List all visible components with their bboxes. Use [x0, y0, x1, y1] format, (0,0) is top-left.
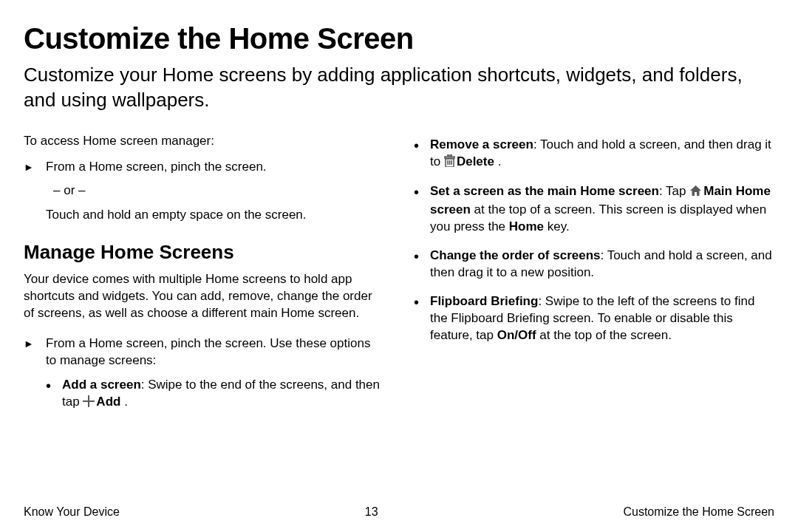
trash-icon — [444, 154, 455, 172]
or-divider: – or – — [24, 183, 384, 198]
bullet-add-icon-label: Add — [96, 395, 120, 409]
bullet-flipboard: Flipboard Briefing: Swipe to the left of… — [414, 293, 774, 344]
arrow-icon: ► — [24, 337, 34, 351]
bullet-remove-screen: Remove a screen: Touch and hold a screen… — [414, 137, 774, 172]
footer-page-number: 13 — [365, 505, 378, 519]
access-step-1-text: From a Home screen, pinch the screen. — [46, 160, 267, 174]
manage-arrow-step: ► From a Home screen, pinch the screen. … — [24, 335, 384, 369]
bullet-change-order: Change the order of screens: Touch and h… — [414, 248, 774, 282]
bullet-flip-after: at the top of the screen. — [536, 328, 672, 342]
column-left: To access Home screen manager: ► From a … — [24, 134, 384, 424]
bullet-set-main: Set a screen as the main Home screen: Ta… — [414, 183, 774, 236]
manage-arrow-text: From a Home screen, pinch the screen. Us… — [46, 336, 370, 367]
manage-paragraph: Your device comes with multiple Home scr… — [24, 271, 384, 322]
intro-paragraph: Customize your Home screens by adding ap… — [24, 63, 774, 113]
bullet-main-home-key: Home — [509, 219, 544, 233]
bullet-flip-onoff: On/Off — [497, 328, 536, 342]
bullet-main-after: key. — [544, 219, 570, 233]
access-step-1: ► From a Home screen, pinch the screen. — [24, 159, 384, 176]
bullet-remove-after: . — [494, 154, 501, 168]
manage-heading: Manage Home Screens — [24, 241, 384, 264]
plus-icon — [83, 395, 95, 412]
bullet-main-mid: at the top of a screen. This screen is d… — [430, 202, 766, 233]
bullet-add-screen: Add a screen: Swipe to the end of the sc… — [46, 377, 384, 412]
manage-bullets-right: Remove a screen: Touch and hold a screen… — [414, 137, 774, 344]
bullet-flip-title: Flipboard Briefing — [430, 294, 538, 308]
bullet-remove-title: Remove a screen — [430, 137, 533, 151]
content-columns: To access Home screen manager: ► From a … — [24, 134, 774, 424]
bullet-remove-icon-label: Delete — [457, 154, 494, 168]
access-step-2-text: Touch and hold an empty space on the scr… — [24, 207, 384, 224]
column-right: Remove a screen: Touch and hold a screen… — [414, 134, 774, 424]
bullet-add-after: . — [120, 395, 127, 409]
home-icon — [689, 185, 702, 202]
footer-left: Know Your Device — [24, 505, 120, 519]
bullet-add-title: Add a screen — [62, 378, 141, 392]
footer-right: Customize the Home Screen — [623, 505, 774, 519]
document-page: Customize the Home Screen Customize your… — [0, 0, 798, 532]
arrow-icon: ► — [24, 160, 34, 174]
manage-bullets-left: Add a screen: Swipe to the end of the sc… — [24, 377, 384, 412]
page-title: Customize the Home Screen — [24, 22, 774, 55]
bullet-order-title: Change the order of screens — [430, 248, 601, 262]
access-lead: To access Home screen manager: — [24, 134, 384, 149]
bullet-main-title: Set a screen as the main Home screen — [430, 184, 659, 198]
page-footer: Know Your Device 13 Customize the Home S… — [24, 505, 774, 519]
bullet-main-before: : Tap — [659, 184, 689, 198]
